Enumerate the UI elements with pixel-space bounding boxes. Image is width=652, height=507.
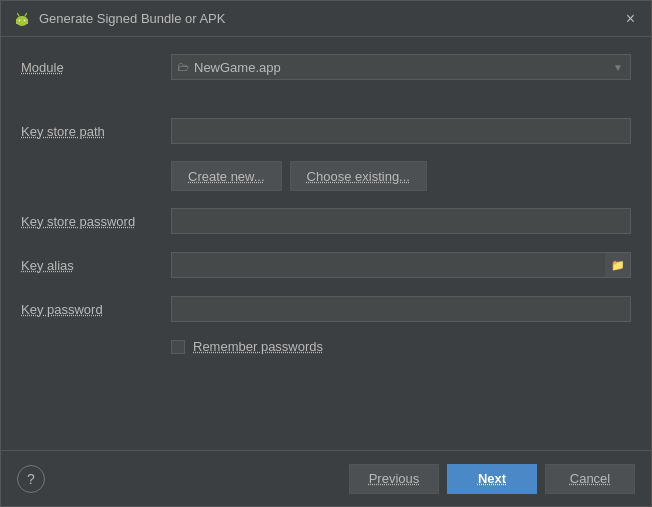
key-password-label: Key password [21, 302, 171, 317]
key-password-input[interactable] [171, 296, 631, 322]
folder-icon: 📁 [611, 259, 625, 272]
key-alias-wrapper: 📁 [171, 252, 631, 278]
keystore-path-label: Key store path [21, 124, 171, 139]
svg-rect-1 [16, 19, 28, 24]
dialog-content: Module NewGame.app Key store path Create… [1, 37, 651, 450]
key-alias-label: Key alias [21, 258, 171, 273]
module-label: Module [21, 60, 171, 75]
keystore-password-control [171, 208, 631, 234]
keystore-password-label: Key store password [21, 214, 171, 229]
key-alias-browse-button[interactable]: 📁 [605, 252, 631, 278]
svg-line-4 [18, 13, 20, 16]
cancel-button[interactable]: Cancel [545, 464, 635, 494]
choose-existing-button[interactable]: Choose existing... [290, 161, 427, 191]
key-password-control [171, 296, 631, 322]
keystore-buttons-row: Create new... Choose existing... [21, 161, 631, 191]
keystore-password-input[interactable] [171, 208, 631, 234]
footer-buttons: Previous Next Cancel [349, 464, 635, 494]
close-button[interactable]: × [622, 9, 639, 29]
dialog-title: Generate Signed Bundle or APK [39, 11, 225, 26]
help-button[interactable]: ? [17, 465, 45, 493]
previous-button[interactable]: Previous [349, 464, 439, 494]
module-row: Module NewGame.app [21, 53, 631, 81]
android-icon [13, 10, 31, 28]
dialog-footer: ? Previous Next Cancel [1, 450, 651, 506]
key-alias-row: Key alias 📁 [21, 251, 631, 279]
svg-line-5 [25, 13, 27, 16]
keystore-path-input[interactable] [171, 118, 631, 144]
module-select-wrapper: NewGame.app [171, 54, 631, 80]
remember-passwords-row: Remember passwords [21, 339, 631, 354]
module-select[interactable]: NewGame.app [171, 54, 631, 80]
title-bar-left: Generate Signed Bundle or APK [13, 10, 225, 28]
keystore-password-row: Key store password [21, 207, 631, 235]
key-alias-input[interactable] [171, 252, 631, 278]
generate-signed-dialog: Generate Signed Bundle or APK × Module N… [0, 0, 652, 507]
svg-point-2 [19, 19, 21, 21]
remember-passwords-checkbox[interactable] [171, 340, 185, 354]
svg-point-3 [24, 19, 26, 21]
remember-passwords-label: Remember passwords [193, 339, 323, 354]
title-bar: Generate Signed Bundle or APK × [1, 1, 651, 37]
key-password-row: Key password [21, 295, 631, 323]
keystore-path-control [171, 118, 631, 144]
next-button[interactable]: Next [447, 464, 537, 494]
create-new-button[interactable]: Create new... [171, 161, 282, 191]
keystore-path-row: Key store path [21, 117, 631, 145]
